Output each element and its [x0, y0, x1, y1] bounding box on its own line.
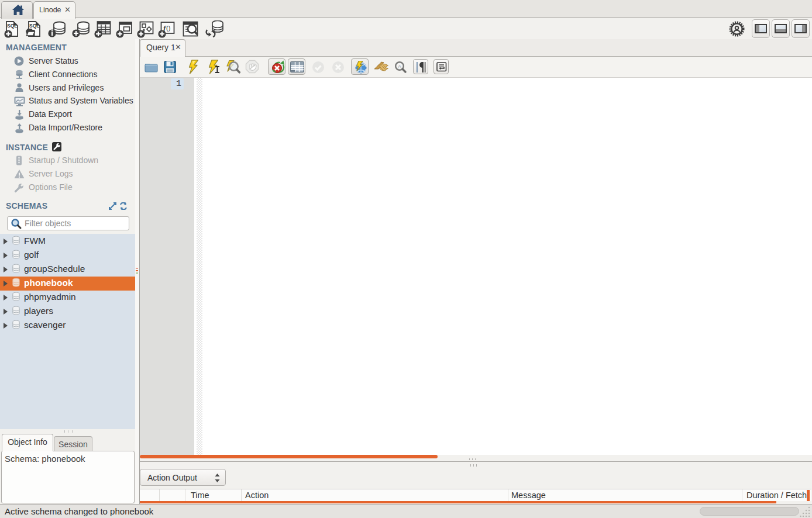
svg-text:A: A [398, 64, 401, 70]
svg-text:(): () [166, 25, 170, 32]
